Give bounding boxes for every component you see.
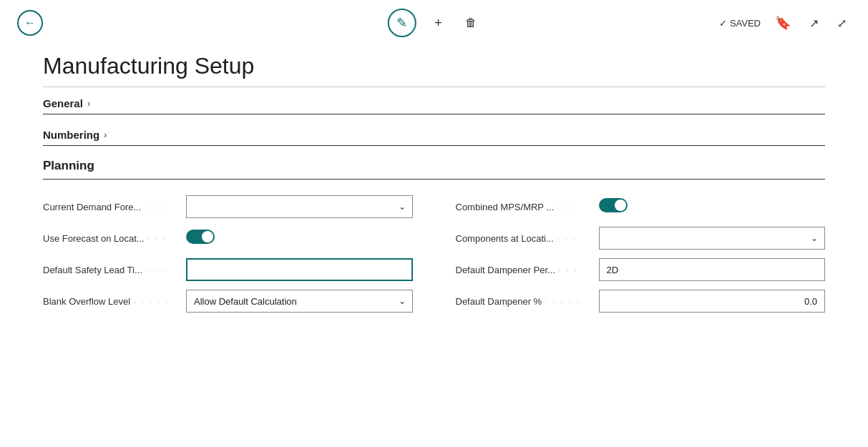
toolbar-center: ✎ + 🗑 [387,9,481,37]
add-button[interactable]: + [430,13,447,34]
saved-status: ✓ SAVED [719,18,761,29]
blank-overflow-control: Allow Default Calculation Option 2 ⌄ [186,290,413,313]
default-dampener-pct-input[interactable] [599,290,826,313]
planning-section: Planning Current Demand Fore... · · · [43,159,825,317]
title-divider [43,87,825,87]
default-dampener-pct-label: Default Dampener % · · · · · [456,296,599,307]
numbering-section-header[interactable]: Numbering › [43,129,825,141]
default-safety-input[interactable] [186,258,413,281]
back-button[interactable]: ← [17,10,43,36]
share-button[interactable]: ↗ [805,14,823,33]
planning-left-column: Current Demand Fore... · · · ⌄ [43,191,413,317]
current-demand-select[interactable] [186,195,413,218]
components-locati-select-wrapper: ⌄ [599,227,826,250]
components-locati-select[interactable] [599,227,826,250]
numbering-chevron-icon: › [104,130,107,140]
current-demand-label: Current Demand Fore... · · · [43,202,186,212]
delete-icon: 🗑 [465,16,477,29]
combined-mps-toggle[interactable] [599,198,628,212]
components-locati-control: ⌄ [599,227,826,250]
bookmark-button[interactable]: 🔖 [771,12,795,34]
planning-divider [43,179,825,180]
expand-icon: ⤢ [837,16,847,30]
toolbar: ← ✎ + 🗑 ✓ SAVED 🔖 ↗ ⤢ [0,0,868,46]
default-dampener-per-control [599,258,826,281]
current-demand-control: ⌄ [186,195,413,218]
delete-button[interactable]: 🗑 [461,14,481,32]
default-dampener-per-input[interactable] [599,258,826,281]
back-icon: ← [24,16,36,29]
numbering-divider [43,145,825,146]
planning-section-title: Planning [43,159,825,173]
planning-right-column: Combined MPS/MRP ... · · · Com [456,191,826,317]
form-row-default-dampener-per: Default Dampener Per... · · · [456,254,826,285]
toolbar-right: ✓ SAVED 🔖 ↗ ⤢ [719,12,851,34]
saved-check-icon: ✓ [719,18,727,29]
blank-overflow-select-wrapper: Allow Default Calculation Option 2 ⌄ [186,290,413,313]
current-demand-select-wrapper: ⌄ [186,195,413,218]
form-row-current-demand: Current Demand Fore... · · · ⌄ [43,191,413,222]
use-forecast-label: Use Forecast on Locat... · · · [43,233,186,244]
default-safety-control [186,258,413,281]
add-icon: + [434,16,442,31]
default-dampener-per-label: Default Dampener Per... · · · [456,265,599,275]
blank-overflow-label: Blank Overflow Level · · · · · [43,296,186,307]
page-title: Manufacturing Setup [43,53,825,79]
combined-mps-track [599,198,628,212]
form-row-blank-overflow: Blank Overflow Level · · · · · Allow Def… [43,285,413,317]
use-forecast-track [186,230,215,244]
planning-form-grid: Current Demand Fore... · · · ⌄ [43,191,825,317]
page-content: Manufacturing Setup General › Numbering … [0,46,868,447]
share-icon: ↗ [809,16,819,30]
default-safety-label: Default Safety Lead Ti... · · · [43,265,186,275]
use-forecast-control [186,230,413,247]
numbering-section-label: Numbering [43,129,99,141]
blank-overflow-select[interactable]: Allow Default Calculation Option 2 [186,290,413,313]
bookmark-icon: 🔖 [775,15,791,31]
general-section-header[interactable]: General › [43,97,825,109]
form-row-components-locati: Components at Locati... · · · ⌄ [456,222,826,254]
form-row-use-forecast: Use Forecast on Locat... · · · [43,222,413,254]
expand-button[interactable]: ⤢ [833,14,851,33]
edit-button[interactable]: ✎ [387,9,416,37]
default-dampener-pct-control [599,290,826,313]
use-forecast-thumb [202,231,213,242]
combined-mps-control [599,198,826,215]
form-row-combined-mps: Combined MPS/MRP ... · · · [456,191,826,222]
form-row-default-safety: Default Safety Lead Ti... · · · [43,254,413,285]
components-locati-label: Components at Locati... · · · [456,233,599,244]
general-section-label: General [43,97,83,109]
edit-icon: ✎ [396,15,407,31]
combined-mps-label: Combined MPS/MRP ... · · · [456,202,599,212]
general-chevron-icon: › [87,99,90,109]
form-row-default-dampener-pct: Default Dampener % · · · · · [456,285,826,317]
combined-mps-thumb [615,200,626,211]
saved-text: SAVED [730,18,761,29]
general-divider [43,114,825,114]
use-forecast-toggle[interactable] [186,230,215,244]
